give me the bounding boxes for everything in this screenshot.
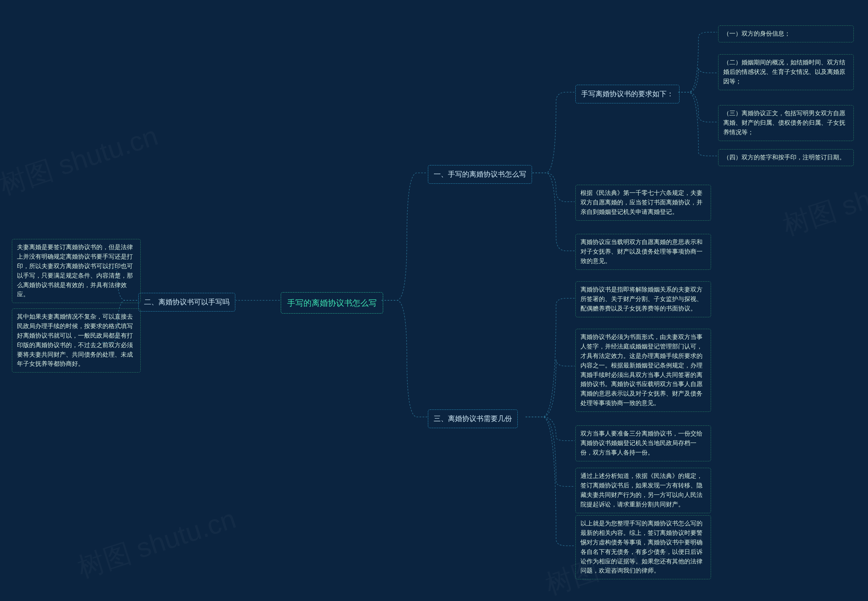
leaf-s1-item-3[interactable]: （三）离婚协议正文，包括写明男女双方自愿离婚、财产的归属、债权债务的归属、子女抚… xyxy=(718,105,854,141)
leaf-s3-para-3[interactable]: 双方当事人要准备三分离婚协议书，一份交给离婚协议书婚姻登记机关当地民政局存档一份… xyxy=(575,426,711,461)
branch-section-3[interactable]: 三、离婚协议书需要几份 xyxy=(428,409,518,428)
leaf-s1-item-2[interactable]: （二）婚姻期间的概况，如结婚时间、双方结婚后的情感状况、生育子女情况、以及离婚原… xyxy=(718,54,854,90)
leaf-s1-item-1[interactable]: （一）双方的身份信息； xyxy=(718,26,854,43)
leaf-text: 根据《民法典》第一千零七十六条规定，夫妻双方自愿离婚的，应当签订书面离婚协议，并… xyxy=(580,189,703,215)
branch-section-1-sub[interactable]: 手写离婚协议书的要求如下： xyxy=(575,85,679,104)
leaf-s1-para-1[interactable]: 根据《民法典》第一千零七十六条规定，夫妻双方自愿离婚的，应当签订书面离婚协议，并… xyxy=(575,185,711,221)
leaf-text: 双方当事人要准备三分离婚协议书，一份交给离婚协议书婚姻登记机关当地民政局存档一份… xyxy=(580,430,703,456)
leaf-s3-para-2[interactable]: 离婚协议书必须为书面形式，由夫妻双方当事人签字，并经法庭或婚姻登记管理部门认可，… xyxy=(575,329,711,412)
leaf-text: 离婚协议书是指即将解除婚姻关系的夫妻双方所签署的、关于财产分割、子女监护与探视、… xyxy=(580,286,703,312)
leaf-text: 离婚协议应当载明双方自愿离婚的意思表示和对子女抚养、财产以及债务处理等事项协商一… xyxy=(580,239,703,264)
branch-label: 二、离婚协议书可以手写吗 xyxy=(144,298,230,306)
leaf-text: 夫妻离婚是要签订离婚协议书的，但是法律上并没有明确规定离婚协议书要手写还是打印，… xyxy=(17,244,133,297)
leaf-text: 其中如果夫妻离婚情况不复杂，可以直接去民政局办理手续的时候，按要求的格式填写好离… xyxy=(17,313,133,367)
leaf-s2-para-1[interactable]: 夫妻离婚是要签订离婚协议书的，但是法律上并没有明确规定离婚协议书要手写还是打印，… xyxy=(12,239,141,303)
leaf-text: 以上就是为您整理手写的离婚协议书怎么写的最新的相关内容。综上，签订离婚协议时要警… xyxy=(580,520,703,574)
branch-label: 手写离婚协议书的要求如下： xyxy=(581,90,674,98)
watermark: 树图 shutu.cn xyxy=(73,501,240,586)
branch-label: 一、手写的离婚协议书怎么写 xyxy=(434,170,526,178)
root-title: 手写的离婚协议书怎么写 xyxy=(287,298,377,307)
leaf-text: （四）双方的签字和按手印，注明签订日期。 xyxy=(723,154,845,161)
leaf-text: （一）双方的身份信息； xyxy=(723,30,790,37)
leaf-text: 通过上述分析知道，依据《民法典》的规定，签订离婚协议书后，如果发现一方有转移、隐… xyxy=(580,473,703,508)
branch-section-2[interactable]: 二、离婚协议书可以手写吗 xyxy=(138,293,235,311)
leaf-s2-para-2[interactable]: 其中如果夫妻离婚情况不复杂，可以直接去民政局办理手续的时候，按要求的格式填写好离… xyxy=(12,308,141,372)
leaf-s3-para-1[interactable]: 离婚协议书是指即将解除婚姻关系的夫妻双方所签署的、关于财产分割、子女监护与探视、… xyxy=(575,281,711,317)
leaf-s1-para-2[interactable]: 离婚协议应当载明双方自愿离婚的意思表示和对子女抚养、财产以及债务处理等事项协商一… xyxy=(575,234,711,270)
leaf-s3-para-4[interactable]: 通过上述分析知道，依据《民法典》的规定，签订离婚协议书后，如果发现一方有转移、隐… xyxy=(575,468,711,513)
root-node[interactable]: 手写的离婚协议书怎么写 xyxy=(281,292,383,314)
branch-label: 三、离婚协议书需要几份 xyxy=(434,415,512,423)
watermark: 树图 shutu.cn xyxy=(0,118,162,203)
leaf-s1-item-4[interactable]: （四）双方的签字和按手印，注明签订日期。 xyxy=(718,149,854,166)
leaf-text: （二）婚姻期间的概况，如结婚时间、双方结婚后的情感状况、生育子女情况、以及离婚原… xyxy=(723,59,845,85)
leaf-text: （三）离婚协议正文，包括写明男女双方自愿离婚、财产的归属、债权债务的归属、子女抚… xyxy=(723,110,845,136)
leaf-s3-para-5[interactable]: 以上就是为您整理手写的离婚协议书怎么写的最新的相关内容。综上，签订离婚协议时要警… xyxy=(575,515,711,579)
watermark: 树图 shutu.cn xyxy=(778,159,868,244)
branch-section-1[interactable]: 一、手写的离婚协议书怎么写 xyxy=(428,165,532,184)
leaf-text: 离婚协议书必须为书面形式，由夫妻双方当事人签字，并经法庭或婚姻登记管理部门认可，… xyxy=(580,334,703,406)
